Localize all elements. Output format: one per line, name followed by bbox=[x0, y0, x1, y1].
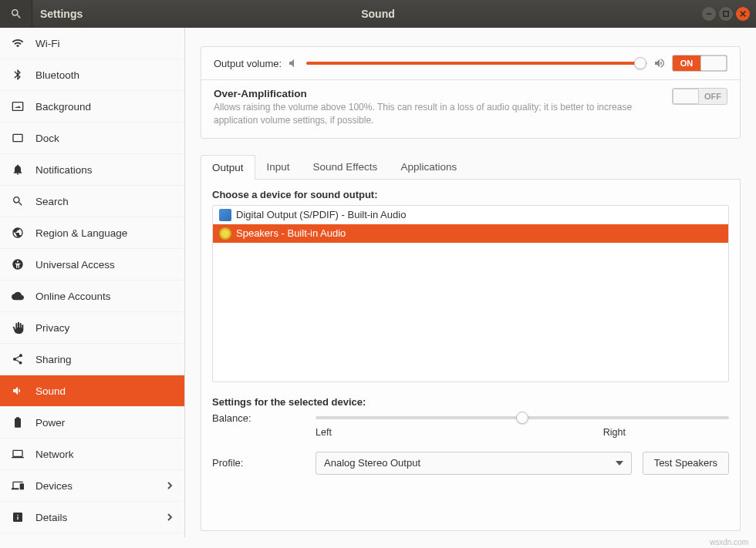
hand-icon bbox=[11, 321, 25, 335]
soundcard-icon bbox=[219, 209, 231, 221]
search-button[interactable] bbox=[0, 0, 32, 28]
choose-device-label: Choose a device for sound output: bbox=[212, 189, 729, 200]
sidebar-item-label: Search bbox=[35, 196, 69, 207]
titlebar: Settings Sound bbox=[0, 0, 756, 28]
device-row[interactable]: Speakers - Built-in Audio bbox=[213, 224, 728, 243]
tab-output[interactable]: Output bbox=[201, 155, 255, 180]
sidebar-item-label: Wi-Fi bbox=[35, 38, 59, 49]
output-volume-label: Output volume: bbox=[214, 58, 282, 69]
tab-sound-effects[interactable]: Sound Effects bbox=[302, 154, 390, 179]
close-button[interactable] bbox=[736, 7, 750, 21]
background-icon bbox=[11, 99, 25, 113]
sidebar-item-sharing[interactable]: Sharing bbox=[0, 344, 184, 375]
sidebar-item-power[interactable]: Power bbox=[0, 407, 184, 439]
chevron-right-icon bbox=[166, 512, 174, 523]
sidebar-item-search[interactable]: Search bbox=[0, 186, 184, 217]
bell-icon bbox=[11, 163, 25, 177]
share-icon bbox=[11, 352, 25, 366]
wifi-icon bbox=[11, 36, 25, 50]
devices-icon bbox=[11, 479, 25, 493]
sidebar-item-online[interactable]: Online Accounts bbox=[0, 281, 184, 312]
output-panel: Choose a device for sound output: Digita… bbox=[201, 180, 741, 531]
profile-value: Analog Stereo Output bbox=[324, 457, 420, 469]
content-area: Output volume: ON Over-Amplification All… bbox=[185, 28, 756, 537]
volume-slider-thumb[interactable] bbox=[634, 57, 646, 69]
app-title: Settings bbox=[40, 8, 83, 20]
watermark: wsxdn.com bbox=[710, 538, 748, 546]
sidebar-item-privacy[interactable]: Privacy bbox=[0, 312, 184, 344]
sidebar-item-label: Details bbox=[35, 512, 67, 523]
close-icon bbox=[740, 11, 746, 17]
network-icon bbox=[11, 447, 25, 461]
device-label: Speakers - Built-in Audio bbox=[236, 227, 346, 239]
speaker-high-icon bbox=[653, 57, 666, 69]
sidebar-item-network[interactable]: Network bbox=[0, 439, 184, 470]
info-icon bbox=[11, 510, 25, 524]
toggle-off-label: OFF bbox=[699, 89, 727, 104]
overamp-title: Over-Amplification bbox=[214, 88, 646, 99]
power-icon bbox=[11, 415, 25, 429]
globe-icon bbox=[11, 226, 25, 240]
tabs: Output Input Sound Effects Applications bbox=[201, 154, 741, 180]
balance-slider[interactable] bbox=[316, 416, 729, 419]
balance-left-label: Left bbox=[316, 427, 332, 438]
sidebar-item-notifications[interactable]: Notifications bbox=[0, 154, 184, 186]
tab-applications[interactable]: Applications bbox=[389, 154, 468, 179]
dock-icon bbox=[11, 131, 25, 145]
speaker-low-icon bbox=[288, 57, 300, 69]
toggle-on-label: ON bbox=[673, 55, 700, 71]
dropdown-icon bbox=[616, 459, 623, 467]
maximize-button[interactable] bbox=[719, 7, 733, 21]
sidebar-item-sound[interactable]: Sound bbox=[0, 375, 184, 407]
profile-label: Profile: bbox=[212, 457, 305, 469]
minimize-button[interactable] bbox=[702, 7, 716, 21]
search-icon bbox=[11, 194, 25, 208]
chevron-right-icon bbox=[166, 480, 174, 492]
bluetooth-icon bbox=[11, 68, 25, 82]
speaker-device-icon bbox=[219, 227, 231, 240]
sidebar-item-details[interactable]: Details bbox=[0, 502, 184, 533]
device-label: Digital Output (S/PDIF) - Built-in Audio bbox=[236, 209, 406, 220]
sound-icon bbox=[11, 384, 25, 398]
device-list[interactable]: Digital Output (S/PDIF) - Built-in Audio… bbox=[212, 205, 729, 382]
sidebar-item-label: Sharing bbox=[35, 354, 72, 365]
sidebar-item-label: Bluetooth bbox=[35, 69, 79, 81]
minimize-icon bbox=[706, 11, 712, 17]
sidebar-item-label: Notifications bbox=[35, 164, 93, 176]
toggle-handle bbox=[673, 89, 699, 104]
sidebar-item-label: Sound bbox=[35, 385, 66, 397]
sidebar-item-bluetooth[interactable]: Bluetooth bbox=[0, 59, 184, 91]
sidebar-item-label: Region & Language bbox=[35, 227, 127, 239]
sidebar-item-dock[interactable]: Dock bbox=[0, 123, 184, 154]
test-speakers-button[interactable]: Test Speakers bbox=[643, 452, 729, 475]
sidebar-item-label: Network bbox=[35, 449, 74, 460]
overamp-toggle[interactable]: OFF bbox=[672, 88, 727, 105]
sidebar-item-label: Online Accounts bbox=[35, 291, 111, 302]
sidebar-item-label: Privacy bbox=[35, 322, 69, 334]
toggle-handle bbox=[700, 55, 727, 71]
profile-combobox[interactable]: Analog Stereo Output bbox=[316, 452, 632, 475]
overamp-desc: Allows raising the volume above 100%. Th… bbox=[214, 101, 646, 127]
sidebar-item-label: Power bbox=[35, 417, 65, 429]
tab-input[interactable]: Input bbox=[255, 154, 302, 179]
cloud-icon bbox=[11, 289, 25, 303]
sidebar-item-universal[interactable]: Universal Access bbox=[0, 249, 184, 281]
sidebar-item-region[interactable]: Region & Language bbox=[0, 217, 184, 249]
volume-card: Output volume: ON Over-Amplification All… bbox=[201, 46, 741, 139]
device-row[interactable]: Digital Output (S/PDIF) - Built-in Audio bbox=[213, 206, 728, 224]
volume-slider[interactable] bbox=[306, 62, 647, 65]
sidebar-item-label: Dock bbox=[35, 133, 59, 144]
sidebar-item-background[interactable]: Background bbox=[0, 91, 184, 123]
maximize-icon bbox=[723, 11, 729, 17]
sidebar-item-wifi[interactable]: Wi-Fi bbox=[0, 28, 184, 59]
volume-toggle[interactable]: ON bbox=[672, 55, 727, 72]
svg-rect-0 bbox=[724, 12, 728, 16]
sidebar-item-label: Background bbox=[35, 101, 91, 113]
balance-thumb[interactable] bbox=[516, 412, 528, 424]
balance-label: Balance: bbox=[212, 412, 305, 424]
sidebar-item-devices[interactable]: Devices bbox=[0, 470, 184, 502]
sidebar: Wi-Fi Bluetooth Background Dock Notifica… bbox=[0, 28, 185, 537]
sidebar-item-label: Universal Access bbox=[35, 259, 115, 271]
accessibility-icon bbox=[11, 257, 25, 271]
device-settings-label: Settings for the selected device: bbox=[212, 396, 729, 408]
